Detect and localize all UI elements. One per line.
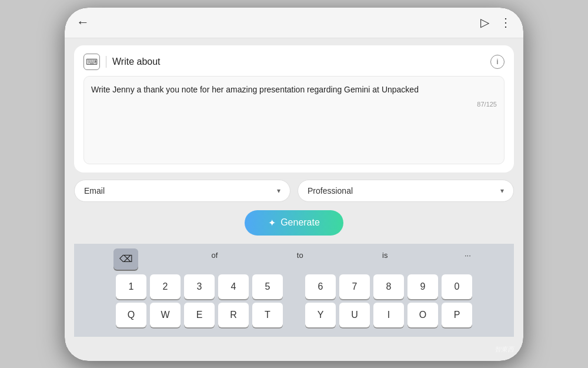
text-content: Write Jenny a thank you note for her ama… xyxy=(91,84,497,96)
key-r[interactable]: R xyxy=(218,303,249,327)
key-y[interactable]: Y xyxy=(305,303,336,327)
phone-frame: ← ▷ ⋮ ⌨ Write about i Write Jenny a than… xyxy=(65,8,523,361)
tone-dropdown[interactable]: Professional ▾ xyxy=(298,180,514,202)
key-o[interactable]: O xyxy=(407,303,438,327)
write-about-card: ⌨ Write about i Write Jenny a thank you … xyxy=(74,45,514,173)
key-u[interactable]: U xyxy=(339,303,370,327)
key-2[interactable]: 2 xyxy=(150,274,181,299)
key-q[interactable]: Q xyxy=(116,303,146,327)
top-nav-right: ▷ ⋮ xyxy=(480,15,512,29)
letter-key-row-1: Q W E R T Y U I O P xyxy=(80,303,508,327)
suggest-of[interactable]: of xyxy=(206,248,224,270)
key-e[interactable]: E xyxy=(184,303,215,327)
generate-button-label: Generate xyxy=(280,217,320,228)
dropdowns-row: Email ▾ Professional ▾ xyxy=(74,180,514,202)
suggest-is[interactable]: is xyxy=(376,248,393,270)
tone-dropdown-chevron: ▾ xyxy=(500,187,504,195)
key-1[interactable]: 1 xyxy=(116,274,146,299)
keyboard-suggestions-row: ⌫ of to is ··· xyxy=(80,248,508,270)
type-dropdown-chevron: ▾ xyxy=(277,187,280,195)
type-dropdown[interactable]: Email ▾ xyxy=(74,180,290,202)
suggest-more[interactable]: ··· xyxy=(461,248,475,270)
send-icon[interactable]: ▷ xyxy=(480,15,489,29)
key-gap-numbers xyxy=(286,274,302,299)
top-nav-left: ← xyxy=(76,15,89,30)
generate-row: ✦ Generate xyxy=(74,210,514,236)
keyboard-area: ⌫ of to is ··· 1 2 3 4 5 6 7 8 9 0 xyxy=(74,244,514,337)
char-count: 87/125 xyxy=(91,101,497,108)
keyboard-icon: ⌨ xyxy=(83,54,100,70)
key-0[interactable]: 0 xyxy=(442,274,472,299)
key-p[interactable]: P xyxy=(442,303,472,327)
info-icon[interactable]: i xyxy=(490,55,505,69)
key-8[interactable]: 8 xyxy=(373,274,404,299)
key-gap-letters xyxy=(286,303,302,327)
key-7[interactable]: 7 xyxy=(339,274,370,299)
header-divider xyxy=(106,56,106,68)
key-6[interactable]: 6 xyxy=(305,274,336,299)
key-w[interactable]: W xyxy=(150,303,181,327)
content-area: ⌨ Write about i Write Jenny a thank you … xyxy=(65,38,523,361)
type-dropdown-label: Email xyxy=(84,186,105,195)
suggest-to[interactable]: to xyxy=(291,248,309,270)
key-5[interactable]: 5 xyxy=(252,274,283,299)
top-nav: ← ▷ ⋮ xyxy=(65,8,523,38)
generate-button[interactable]: ✦ Generate xyxy=(245,210,343,236)
back-button[interactable]: ← xyxy=(76,15,89,30)
key-9[interactable]: 9 xyxy=(407,274,438,299)
watermark: 智東西 xyxy=(495,345,514,354)
key-3[interactable]: 3 xyxy=(184,274,215,299)
card-header: ⌨ Write about i xyxy=(83,54,505,70)
text-input-area[interactable]: Write Jenny a thank you note for her ama… xyxy=(83,76,505,164)
generate-sparkle-icon: ✦ xyxy=(268,217,276,228)
backspace-key[interactable]: ⌫ xyxy=(113,248,138,270)
card-header-left: ⌨ Write about xyxy=(83,54,161,70)
key-t[interactable]: T xyxy=(252,303,283,327)
tone-dropdown-label: Professional xyxy=(308,186,353,195)
write-about-title: Write about xyxy=(112,57,161,67)
more-options-icon[interactable]: ⋮ xyxy=(500,15,512,29)
number-key-row: 1 2 3 4 5 6 7 8 9 0 xyxy=(80,274,508,299)
key-i[interactable]: I xyxy=(373,303,404,327)
key-4[interactable]: 4 xyxy=(218,274,249,299)
